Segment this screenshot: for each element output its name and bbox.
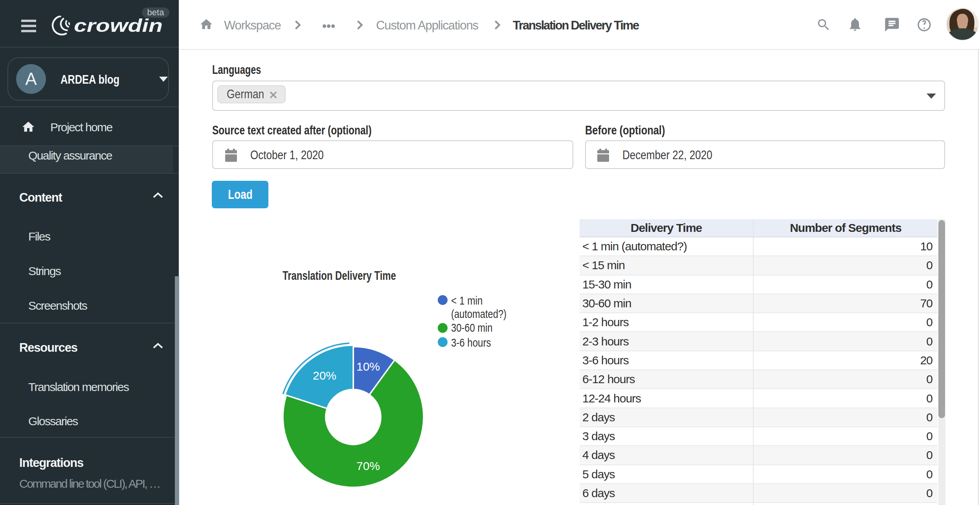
svg-text:10%: 10% [356, 360, 380, 373]
svg-text:20%: 20% [313, 369, 336, 382]
svg-text:70%: 70% [356, 459, 380, 472]
svg-text:crowdin: crowdin [74, 16, 163, 35]
